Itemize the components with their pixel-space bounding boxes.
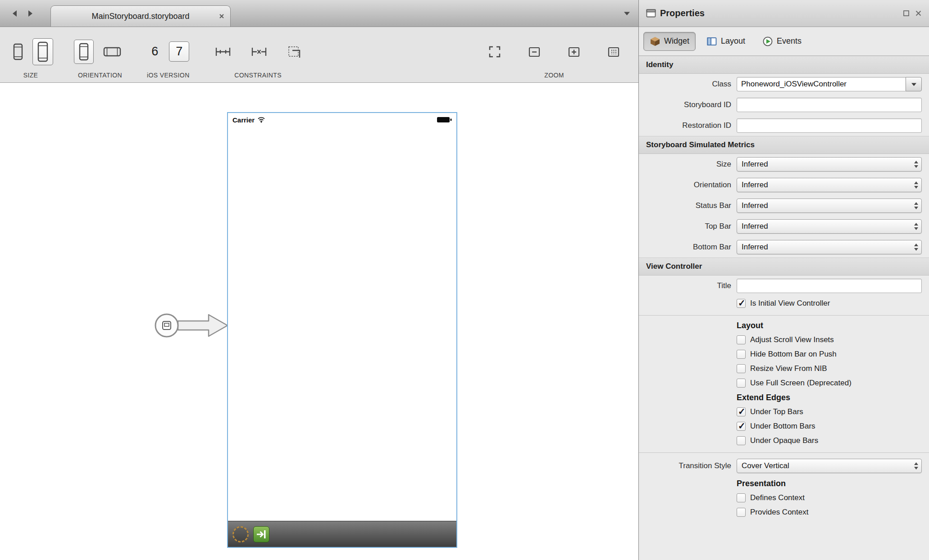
provides-context-row: Provides Context (639, 505, 929, 519)
iphone-tall-icon (37, 41, 49, 63)
hide-bottom-bar-checkbox[interactable] (737, 350, 746, 359)
bottom-bar-popup-value: Inferred (742, 243, 911, 252)
properties-panel: Properties Widget Layout Events Identity (638, 0, 929, 560)
width-constraint-icon (215, 45, 231, 59)
forward-button[interactable] (23, 0, 39, 27)
under-opaque-bars-row: Under Opaque Bars (639, 434, 929, 448)
transition-style-popup[interactable]: Cover Vertical (737, 459, 922, 473)
tab-widget[interactable]: Widget (643, 32, 696, 51)
view-controller-section-header: View Controller (639, 257, 929, 275)
size-group: SIZE (8, 27, 53, 82)
title-input[interactable] (737, 279, 922, 293)
status-bar-popup-value: Inferred (742, 201, 911, 210)
zoom-in-button[interactable] (563, 42, 585, 61)
constraint-frame-button[interactable] (282, 42, 306, 61)
wifi-icon (257, 117, 265, 123)
top-bar-label: Top Bar (639, 222, 731, 231)
defines-context-checkbox[interactable] (737, 493, 746, 502)
actual-size-button[interactable] (602, 42, 625, 61)
defines-context-row: Defines Context (639, 491, 929, 505)
layout-grid-icon (706, 36, 717, 47)
size-group-label: SIZE (23, 72, 38, 79)
frame-constraint-icon (287, 45, 301, 59)
orientation-landscape-button[interactable] (98, 44, 126, 60)
ios7-button[interactable]: 7 (169, 41, 189, 62)
battery-icon (437, 116, 452, 123)
section-divider (639, 452, 929, 453)
orientation-label: Orientation (639, 181, 731, 190)
simulated-orientation-row: Orientation Inferred (639, 175, 929, 195)
under-bottom-bars-checkbox[interactable] (737, 422, 746, 431)
ios-version-group: 6 7 iOS VERSION (147, 27, 190, 82)
ios6-button[interactable]: 6 (147, 43, 163, 60)
ios-version-group-label: iOS VERSION (147, 72, 190, 79)
adjust-scroll-insets-checkbox[interactable] (737, 335, 746, 344)
adjust-scroll-insets-row: Adjust Scroll View Insets (639, 333, 929, 347)
tab-title: MainStoryboard.storyboard (91, 12, 189, 21)
initial-vc-arrow[interactable] (152, 306, 228, 345)
simulated-status-bar: Carrier (228, 113, 456, 126)
transition-style-value: Cover Vertical (742, 461, 911, 470)
size-popup-value: Inferred (742, 160, 911, 169)
storyboard-id-label: Storyboard ID (639, 100, 731, 109)
adjust-scroll-insets-label: Adjust Scroll View Insets (750, 335, 834, 344)
constraint-width-button[interactable] (210, 42, 236, 61)
back-button[interactable] (6, 0, 23, 27)
ios6-label: 6 (151, 45, 158, 58)
close-panel-icon[interactable] (915, 10, 922, 17)
class-input[interactable] (737, 77, 906, 91)
fullscreen-button[interactable] (483, 42, 506, 61)
use-full-screen-checkbox[interactable] (737, 379, 746, 388)
constraint-remove-button[interactable] (246, 42, 272, 61)
storyboard-id-input[interactable] (737, 98, 922, 112)
size-iphone-button[interactable] (8, 40, 28, 63)
detach-panel-icon[interactable] (903, 10, 910, 17)
tab-events[interactable]: Events (756, 32, 808, 51)
hide-bottom-bar-row: Hide Bottom Bar on Push (639, 347, 929, 361)
under-top-bars-row: Under Top Bars (639, 405, 929, 419)
initial-view-controller-row: Is Initial View Controller (639, 296, 929, 311)
tab-overflow-button[interactable] (624, 11, 630, 16)
zoom-out-icon (528, 45, 541, 59)
resize-view-nib-checkbox[interactable] (737, 364, 746, 373)
tab-mainstoryboard[interactable]: MainStoryboard.storyboard (50, 5, 231, 27)
stepper-arrows-icon (911, 462, 919, 470)
view-controller-icon[interactable] (232, 526, 249, 542)
storyboard-id-row: Storyboard ID (639, 95, 929, 115)
bottom-bar-popup[interactable]: Inferred (737, 240, 922, 254)
properties-title: Properties (660, 8, 705, 18)
class-dropdown-button[interactable] (906, 77, 922, 91)
fullscreen-icon (488, 45, 501, 59)
stepper-arrows-icon (911, 222, 919, 230)
under-opaque-bars-checkbox[interactable] (737, 436, 746, 445)
editor-pane: MainStoryboard.storyboard S (0, 0, 638, 560)
forward-arrow-icon (27, 9, 34, 18)
top-bar-row: Top Bar Inferred (639, 216, 929, 237)
is-initial-view-controller-label: Is Initial View Controller (750, 299, 830, 308)
size-iphone-tall-button[interactable] (32, 38, 53, 65)
status-bar-label: Status Bar (639, 201, 731, 210)
zoom-group-label: ZOOM (544, 72, 564, 79)
status-bar-popup[interactable]: Inferred (737, 199, 922, 213)
orientation-portrait-button[interactable] (74, 40, 94, 64)
orientation-popup[interactable]: Inferred (737, 178, 922, 192)
iphone-small-icon (13, 43, 23, 61)
under-top-bars-checkbox[interactable] (737, 407, 746, 416)
tab-close-icon[interactable] (219, 13, 225, 19)
is-initial-view-controller-checkbox[interactable] (737, 299, 746, 308)
orientation-popup-value: Inferred (742, 181, 911, 190)
top-bar-popup[interactable]: Inferred (737, 219, 922, 234)
under-opaque-bars-label: Under Opaque Bars (750, 436, 818, 445)
view-controller-frame[interactable]: Carrier (227, 112, 457, 548)
design-canvas[interactable]: Carrier (0, 83, 638, 560)
identity-section-header: Identity (639, 56, 929, 74)
app-window: MainStoryboard.storyboard S (0, 0, 929, 560)
restoration-id-input[interactable] (737, 118, 922, 133)
size-popup[interactable]: Inferred (737, 157, 922, 172)
view-controller-content[interactable] (228, 126, 456, 521)
zoom-out-button[interactable] (523, 42, 546, 61)
provides-context-checkbox[interactable] (737, 508, 746, 517)
title-row: Title (639, 275, 929, 296)
tab-layout[interactable]: Layout (700, 32, 751, 51)
exit-segue-icon[interactable] (253, 526, 269, 542)
